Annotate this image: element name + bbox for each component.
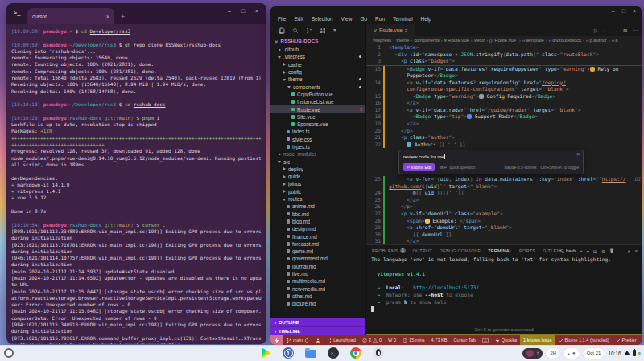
tree-item-live.md[interactable]: live.md [270,270,365,277]
code-line[interactable]: 25 </a> [366,197,642,204]
shelf-app-chrome[interactable] [350,347,361,359]
tree-item-node_modules[interactable]: node_modules [270,150,365,158]
code-editor[interactable]: 1<template>2 <div :id="namespace + JSON.… [366,44,642,245]
tab-close-icon[interactable]: × [106,14,109,19]
status-item-git-branch[interactable]: main [283,335,312,345]
status-item-keyboard[interactable] [479,335,492,345]
status-area[interactable]: 10:16 ‹› [608,350,640,356]
tree-item-design.md[interactable]: design.md [270,225,365,232]
tree-item-game.md[interactable]: game.md [270,248,365,255]
explorer-icon[interactable] [279,27,285,34]
code-line[interactable]: 13 <Badge v-if="data.features?.requirePu… [366,66,642,73]
code-line[interactable]: 29 <a :href="demoUrl" target="_blank"> [366,224,642,232]
tree-item-src[interactable]: src [270,158,365,165]
inline-ai-widget[interactable]: × review code for me ↵ submit Edit "⌘↵" … [398,150,584,174]
tree-item-journal.md[interactable]: journal.md [270,263,365,270]
status-item-launchpad[interactable]: Launchpad [324,335,359,345]
search-icon[interactable] [292,27,299,34]
tree-item-multimedia.md[interactable]: multimedia.md [270,277,365,285]
breadcrumb-item[interactable]: template [526,38,543,43]
forward-icon[interactable]: → [613,27,619,33]
settings-gear-icon[interactable]: ⚙ [601,248,605,254]
tree-item-other.md[interactable]: other.md [270,293,365,300]
panel-tab-output[interactable]: OUTPUT [413,245,432,256]
tree-item-blog.md[interactable]: blog.md [270,218,365,225]
code-line[interactable]: 18 <Badge type="tip"> Support Radar</Bad… [366,113,642,121]
shelf-app-terminal[interactable]: >_ [328,347,339,359]
code-line[interactable]: 28 <span> Example: </span> [366,218,642,225]
maximize-icon[interactable]: □ [622,8,625,14]
close-panel-icon[interactable]: × [634,248,638,253]
tree-item-finance.md[interactable]: finance.md [270,232,365,240]
menu-view[interactable]: View [336,14,356,23]
extensions-icon[interactable] [320,27,326,34]
new-terminal-icon[interactable]: + [580,248,583,253]
breadcrumb-item[interactable]: vitepress [373,38,391,43]
status-item-quokka[interactable]: Quokka [492,335,520,345]
submit-edit-button[interactable]: ↵ submit Edit [403,163,435,172]
breadcrumb-item[interactable]: components [414,38,440,43]
screen-capture-pill[interactable]: ↑ [522,348,543,359]
breadcrumb-item[interactable]: Vetur [474,38,485,43]
panel-tab-debug-console[interactable]: DEBUG CONSOLE [440,245,481,256]
ai-prompt-input[interactable]: review code for me [403,153,579,163]
shelf-app-linux-penguin[interactable] [373,347,384,359]
tree-item-.vitepress[interactable]: .vitepress [270,53,365,60]
status-item-biome[interactable]: Biome 1.1.4 (bundled) [555,335,613,345]
code-line[interactable]: github.com/${uid}`" target="_blank"> [366,183,642,191]
tree-item-deploy[interactable]: deploy [270,166,365,173]
generate-command-hint[interactable]: Ctrl+K to generate a command [366,326,642,335]
more-actions-icon[interactable]: ⋯ [633,27,638,34]
code-line[interactable]: 3 <p class="badges"> [366,58,642,66]
breadcrumb-item[interactable]: Route.vue [448,38,469,43]
tree-item-Route.vue[interactable]: Route.vue3 [270,105,365,113]
status-item-problems[interactable]: 30 [359,335,385,345]
vscode-titlebar[interactable]: – □ × FileEditSelectionViewGoRunTerminal… [270,6,642,24]
close-icon[interactable]: × [576,151,580,158]
code-line[interactable]: config#route-specific-configurations" ta… [366,86,642,93]
source-control-icon[interactable] [306,27,312,34]
status-item-prettier[interactable]: Prettier [613,335,640,345]
code-line[interactable]: 26 </p> [366,203,642,211]
launcher-button[interactable] [4,348,14,358]
terminal-tab[interactable]: cursor . × [27,8,114,24]
code-line[interactable]: 14 <a v-if="data.features?.requireConfig… [366,80,642,87]
section-timeline[interactable]: ›TIMELINE [270,326,365,335]
terminal-titlebar[interactable]: >_ cursor . × + – □ × [6,3,266,24]
tree-item-cache[interactable]: cache [270,61,365,68]
tree-item-config[interactable]: config [270,68,365,76]
breadcrumb-item[interactable]: div.routeBlock [552,38,581,43]
tree-item-Site.vue[interactable]: Site.vue [270,113,365,121]
menu-help[interactable]: Help [417,14,436,23]
menu-go[interactable]: Go [356,14,371,23]
tree-item-CopyButton.vue[interactable]: CopyButton.vue [270,91,365,98]
code-line[interactable]: 27 <p v-if="demoUrl" class="example"> [366,211,642,218]
shelf-app-files[interactable] [305,350,316,358]
tree-item-style.css[interactable]: style.css [270,136,365,143]
panel-tab-ports[interactable]: PORTS [519,245,535,256]
more-actions-icon[interactable]: ⋯ [618,248,623,254]
menu-file[interactable]: File [274,14,290,23]
status-item-wakatime[interactable]: 15 mins [399,335,428,345]
model-selector[interactable]: claude-3.5-sonnet [504,164,536,171]
close-icon[interactable]: × [633,8,636,14]
explorer-root-header[interactable]: ∨ RSSHUB-DOCS [270,36,365,46]
code-line[interactable]: 24 @{{ uid }}{{' '}} [366,190,642,197]
status-item-w-counter[interactable]: W 0 [385,335,399,345]
status-item-file-size[interactable]: 4.73 KB [428,335,451,345]
split-editor-icon[interactable]: ⊞ [623,27,627,34]
tree-item-Sponsors.vue[interactable]: Sponsors.vue [270,121,365,128]
maximize-panel-icon[interactable]: ∧ [627,248,630,254]
tree-item-types.ts[interactable]: types.ts [270,143,365,150]
kill-terminal-icon[interactable] [609,248,614,254]
tree-item-index.ts[interactable]: index.ts [270,128,365,135]
status-item-accounts[interactable] [312,335,324,345]
back-icon[interactable]: ← [603,27,609,33]
tree-item-.github[interactable]: .github [270,46,365,53]
tree-item-government.md[interactable]: government.md [270,255,365,262]
panel-tab-terminal[interactable]: TERMINAL [488,245,512,256]
menu-edit[interactable]: Edit [290,14,307,23]
breadcrumb-item[interactable]: theme [396,38,409,43]
breadcrumb-item[interactable]: "Route.vue" [493,38,518,43]
code-line[interactable]: 17 <a v-if="data.radar" href="/guide/#ra… [366,107,642,114]
